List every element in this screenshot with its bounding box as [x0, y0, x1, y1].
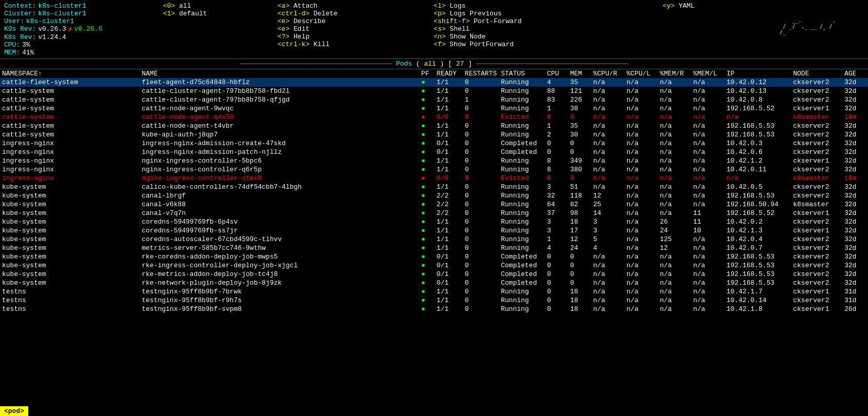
- cpu-row: CPU: 3%: [4, 41, 158, 49]
- table-row[interactable]: kube-systemcanal-v7q7n●2/20Running379814…: [0, 209, 868, 217]
- table-row[interactable]: cattle-systemcattle-node-agent-9wvqc●1/1…: [0, 104, 868, 113]
- shortcut-key-ctrld: <ctrl-d>: [277, 10, 309, 17]
- shortcut-key-n: <n>: [434, 33, 446, 41]
- col-ready: READY: [435, 69, 463, 78]
- col-cpu-r: %CPU/R: [591, 69, 624, 78]
- table-header-bar: ────────────────────────────────────── P…: [0, 58, 868, 69]
- cpu-label: CPU:: [4, 41, 20, 49]
- table-title: Pods: [396, 60, 412, 68]
- shortcut-label-edit: Edit: [294, 25, 310, 33]
- table-row[interactable]: cattle-systemcattle-cluster-agent-797bb8…: [0, 95, 868, 104]
- shortcut-key-help: <?>: [277, 33, 289, 41]
- shortcut-key-1: <1>: [163, 10, 175, 17]
- table-row[interactable]: kube-systemrke-coredns-addon-deploy-job-…: [0, 252, 868, 261]
- logo-art: __. . / _/ ,_ __ /_ / /_: [780, 17, 835, 41]
- shortcut-key-a: <a>: [277, 2, 289, 10]
- col-mem: MEM: [568, 69, 591, 78]
- table-row[interactable]: ingress-nginxnginx-ingress-controller-q6…: [0, 165, 868, 174]
- shortcut-label-l: Logs: [450, 2, 466, 10]
- shortcut-label-shiftf: Port-Forward: [474, 17, 522, 25]
- col-age: AGE: [842, 69, 868, 78]
- k8srev-row: K8s Rev: v1.24.4: [4, 33, 158, 41]
- shortcut-label-y: YAML: [679, 2, 695, 10]
- shortcut-key-l: <l>: [434, 2, 446, 10]
- shortcut-key-s: <s>: [434, 25, 446, 33]
- mem-row: MEM: 41%: [4, 49, 158, 56]
- table-row[interactable]: testnstestnginx-95ff8b9bf-svpm8●1/10Runn…: [0, 305, 868, 313]
- col-status: STATUS: [499, 69, 545, 78]
- table-row[interactable]: kube-systemcanal-v6k88●2/20Running648225…: [0, 200, 868, 209]
- table-filter: all: [424, 60, 436, 68]
- user-row: User: k8s-cluster1: [4, 17, 158, 25]
- col-name: NAME: [139, 69, 419, 78]
- logo-panel: __. . / _/ ,_ __ /_ / /_: [751, 2, 864, 56]
- cluster-row: Cluster: k8s-cluster1: [4, 10, 158, 17]
- col-node: NODE: [791, 69, 842, 78]
- context-value: k8s-cluster1: [38, 2, 86, 10]
- table-row[interactable]: ingress-nginxnginx-ingress-controller-5b…: [0, 156, 868, 165]
- table-row[interactable]: cattle-fleet-systemfleet-agent-d75c64848…: [0, 78, 868, 87]
- shortcut-key-f: <f>: [434, 41, 446, 48]
- k9srev-row: K9s Rev: v0.26.3 ✗ v0.26.6: [4, 25, 158, 33]
- shortcut-label-s: Shell: [450, 25, 470, 33]
- table-row[interactable]: kube-systemcoredns-autoscaler-67cbd4599c…: [0, 235, 868, 244]
- table-row[interactable]: testnstestnginx-95ff8b9bf-7brwk●1/10Runn…: [0, 287, 868, 296]
- k9srev-new: v0.26.6: [74, 25, 103, 33]
- context-row: Context: k8s-cluster1: [4, 2, 158, 10]
- user-value: k8s-cluster1: [26, 17, 74, 25]
- k8srev-label: K8s Rev:: [4, 33, 36, 41]
- shortcut-key-shiftf: <shift-f>: [434, 17, 470, 25]
- table-row[interactable]: ingress-nginxnginx-ingress-controller-qt…: [0, 174, 868, 183]
- cluster-value: k8s-cluster1: [38, 10, 86, 17]
- mem-label: MEM:: [4, 49, 20, 56]
- info-panel: Context: k8s-cluster1 Cluster: k8s-clust…: [4, 2, 158, 56]
- table-row[interactable]: ingress-nginxingress-nginx-admission-cre…: [0, 139, 868, 148]
- mem-value: 41%: [22, 49, 34, 56]
- table-row[interactable]: kube-systemmetrics-server-585b7cc746-9wt…: [0, 244, 868, 252]
- table-row[interactable]: kube-systemrke-ingress-controller-deploy…: [0, 261, 868, 270]
- table-row[interactable]: cattle-systemcattle-node-agent-q4x58●0/0…: [0, 113, 868, 122]
- shortcut-key-edit: <e>: [277, 25, 289, 33]
- shortcut-key-0: <0>: [163, 2, 175, 10]
- k9srev-arrow: ✗: [68, 25, 72, 33]
- table-row[interactable]: testnstestnginx-95ff8b9bf-r9h7s●1/10Runn…: [0, 296, 868, 305]
- shortcut-key-ctrlk: <ctrl-k>: [277, 41, 309, 48]
- col-pf: PF: [419, 69, 435, 78]
- context-label: Context:: [4, 2, 36, 10]
- col-mem-l: %MEM/L: [691, 69, 724, 78]
- shortcut-label-0: all: [179, 2, 191, 10]
- shortcut-label-ctrlk: Kill: [314, 41, 330, 48]
- table-row[interactable]: kube-systemcalico-kube-controllers-74df5…: [0, 183, 868, 191]
- shortcut-label-n: Show Node: [450, 33, 486, 41]
- shortcut-key-e: <e>: [277, 17, 289, 25]
- col-mem-r: %MEM/R: [658, 69, 691, 78]
- col-ip: IP: [724, 69, 791, 78]
- user-label: User:: [4, 17, 24, 25]
- table-row[interactable]: kube-systemcoredns-59499769fb-ss7jr●1/10…: [0, 226, 868, 235]
- app-container: Context: k8s-cluster1 Cluster: k8s-clust…: [0, 0, 868, 416]
- table-count: 27: [456, 60, 464, 68]
- table-row[interactable]: ingress-nginxingress-nginx-admission-pat…: [0, 148, 868, 156]
- table-row[interactable]: cattle-systemkube-api-auth-j8qp7●1/10Run…: [0, 130, 868, 139]
- table-row[interactable]: cattle-systemcattle-cluster-agent-797bb8…: [0, 87, 868, 95]
- table-row[interactable]: kube-systemcoredns-59499769fb-6p4sv●1/10…: [0, 217, 868, 226]
- table-count-bracket-open: [: [448, 60, 452, 68]
- table-count-bracket-close: ]: [468, 60, 476, 68]
- shortcut-label-a: Attach: [294, 2, 318, 10]
- col-restarts: RESTARTS: [463, 69, 499, 78]
- table-row[interactable]: kube-systemrke-network-plugin-deploy-job…: [0, 279, 868, 287]
- shortcut-label-1: default: [179, 10, 207, 17]
- table-filter-close: ): [440, 60, 444, 68]
- pods-table: NAMESPACE↑ NAME PF READY RESTARTS STATUS…: [0, 69, 868, 313]
- shortcut-label-f: Show PortForward: [450, 41, 514, 48]
- cluster-label: Cluster:: [4, 10, 36, 17]
- table-row[interactable]: kube-systemcanal-lbrgf●2/20Running321181…: [0, 191, 868, 200]
- table-row[interactable]: kube-systemrke-metrics-addon-deploy-job-…: [0, 270, 868, 279]
- table-header-row: NAMESPACE↑ NAME PF READY RESTARTS STATUS…: [0, 69, 868, 78]
- table-filter-open: (: [416, 60, 420, 68]
- shortcut-key-y: <y>: [663, 2, 675, 10]
- col-cpu-l: %CPU/L: [624, 69, 658, 78]
- shortcut-label-help: Help: [294, 33, 310, 41]
- shortcut-key-p: <p>: [434, 10, 446, 17]
- table-row[interactable]: cattle-systemcattle-node-agent-t4vbr●1/1…: [0, 122, 868, 130]
